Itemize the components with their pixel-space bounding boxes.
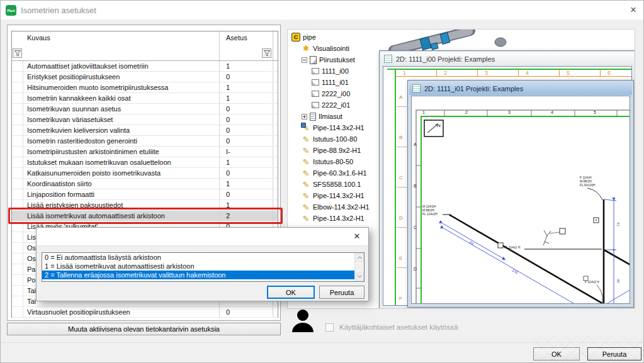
drawing-sheet: N M 114/2H M 88/2H FL 114x2H F 114xH M 8… — [411, 96, 630, 304]
tree-item-label: Istutus-80-50 — [313, 158, 353, 165]
value-select-dialog: ✕ 0 = Ei automaattista lisäystä arkistoo… — [36, 227, 369, 301]
isometric-drawing: N M 114/2H M 88/2H FL 114x2H F 114xH M 8… — [412, 96, 630, 304]
value-option[interactable]: 1 = Lisää isometrikuvat automaattisesti … — [42, 262, 364, 271]
table-row[interactable]: Katkaisunumeroiden poisto isometrikuvast… — [12, 168, 278, 179]
table-row[interactable]: Isometrin rasteritiedoston generointi0 — [12, 136, 278, 147]
penlock-icon — [302, 123, 310, 132]
ruler-marker: 2 — [444, 70, 447, 76]
table-row[interactable]: Isometriin kannakkeen kaikki osat1 — [12, 93, 278, 104]
value-option[interactable]: 2 = Tallenna eräajossa isometrikuvat val… — [42, 271, 364, 279]
plus-expander-icon[interactable] — [302, 114, 307, 120]
scroll-up-icon[interactable] — [356, 254, 364, 262]
listbox-scrollbar[interactable] — [354, 253, 364, 281]
table-row[interactable]: Isometrikuvan väriasetukset0 — [12, 114, 278, 125]
svg-text:FL 114x2H: FL 114x2H — [422, 212, 438, 216]
edit-active-row-button[interactable]: Muuta aktiivisena olevan tietokantarivin… — [7, 323, 281, 335]
user-settings-checkbox[interactable] — [325, 323, 334, 332]
pen-icon — [302, 146, 310, 155]
filter-funnel-icon[interactable] — [13, 48, 22, 58]
tree-item-label: 1111_i00 — [322, 67, 349, 75]
svg-text:FL 60x16H: FL 60x16H — [580, 183, 596, 187]
value-option[interactable]: 0 = Ei automaattista lisäystä arkistoon — [42, 253, 364, 262]
pen-icon — [302, 180, 310, 189]
svg-text:FL 114x2 H: FL 114x2 H — [504, 245, 521, 249]
filter-funnel-icon[interactable] — [262, 48, 271, 58]
tree-item-label: 1111_i01 — [322, 79, 349, 86]
table-row[interactable]: Koordinaatiston siirto1 — [12, 179, 278, 189]
draw-icon — [312, 91, 319, 97]
table-row[interactable]: Lisää isometrikuvat automaattisesti arki… — [12, 211, 278, 221]
table-row[interactable]: Automaattiset jatkoviittaukset isometrii… — [12, 61, 278, 72]
tree-item-label: SFS5858.100.1 — [313, 181, 361, 188]
tree-item-label: Pipe-114.3x2-H1 — [313, 192, 364, 199]
ruler-marker: 4 — [526, 70, 529, 76]
svg-text:45: 45 — [616, 279, 620, 283]
window-title: 2D: 1111_i01 Projekti: Examples — [424, 85, 523, 92]
ruler-marker: 3 — [485, 70, 488, 76]
table-row[interactable]: Istutukset mukaan isometrikuvan osaluett… — [12, 157, 278, 168]
pen-icon — [302, 203, 310, 211]
svg-text:141: 141 — [512, 269, 519, 276]
table-row[interactable]: Virtausnuolet positiopiirustukseen0 — [12, 307, 278, 318]
tree-item-label: pipe — [303, 33, 316, 41]
tree-item-pipe[interactable]: Cpipe — [290, 31, 410, 43]
app-icon: Plant — [6, 5, 16, 16]
value-listbox[interactable]: 0 = Ei automaattista lisäystä arkistoon1… — [42, 252, 364, 282]
table-row[interactable]: Isometrikuvien kieliversion valinta0 — [12, 125, 278, 136]
tree-item-label: Ilmiasut — [319, 113, 342, 120]
draw-icon — [312, 68, 319, 74]
column-header-kuvaus[interactable]: Kuvaus — [23, 31, 219, 46]
dialog-titlebar: Plant Isometrien asetukset ✕ — [1, 1, 644, 20]
tree-item-label: 2222_i00 — [322, 90, 350, 98]
pen-icon — [302, 191, 310, 200]
table-row[interactable]: Eristykset positiopiirustukseen0 — [12, 72, 278, 82]
drawing-window-1111_i01[interactable]: 2D: 1111_i01 Projekti: Examples — [407, 80, 634, 308]
3d-pipe-preview — [388, 30, 546, 50]
ruler-marker: E — [399, 255, 402, 261]
sun-icon: ✱ — [302, 44, 310, 53]
window-titlebar[interactable]: 2D: 1111_i00 Projekti: Examples — [381, 52, 634, 65]
close-icon[interactable]: ✕ — [626, 4, 640, 16]
ruler-marker: 5 — [567, 70, 570, 76]
table-row[interactable]: Hitsinumeroiden muoto isometripiirustuks… — [12, 82, 278, 93]
table-row[interactable]: Linjaposition formaatti0 — [12, 189, 278, 200]
svg-text:44: 44 — [469, 240, 475, 246]
user-icon — [291, 308, 315, 333]
pen-icon — [302, 135, 310, 143]
ruler-marker: 1 — [422, 110, 425, 114]
scroll-down-icon[interactable] — [356, 272, 364, 281]
pen-icon — [302, 157, 310, 166]
window-title: 2D: 1111_i00 Projekti: Examples — [396, 55, 495, 63]
dialog-title: Isometrien asetukset — [21, 6, 96, 15]
north-label: N — [437, 123, 441, 128]
document-icon — [384, 55, 392, 63]
page-icon — [310, 56, 317, 64]
ruler-marker: C — [399, 175, 403, 181]
table-row[interactable]: Isometripiirustusten arkistointinimen et… — [12, 147, 278, 157]
popup-cancel-button[interactable]: Peruuta — [319, 286, 364, 299]
sheet-ruler-left: ABCDEF — [397, 67, 407, 305]
watermark-pattern — [533, 336, 643, 362]
table-row[interactable]: Isometrikuvan suunnan asetus0 — [12, 104, 278, 114]
draw-icon — [312, 79, 319, 86]
ruler-marker: 4 — [551, 110, 553, 114]
popup-ok-button[interactable]: OK — [267, 286, 315, 299]
tree-item-label: 2222_i01 — [322, 101, 350, 109]
ruler-marker: D — [414, 267, 417, 271]
ruler-marker: B — [399, 135, 402, 140]
minus-expander-icon[interactable] — [302, 57, 307, 63]
popup-titlebar: ✕ — [37, 228, 368, 246]
pen-icon — [302, 169, 310, 177]
table-filter-row — [12, 46, 278, 61]
ruler-marker: C — [414, 225, 417, 230]
tree-item-label: Pipe-114.3x2-H1 — [313, 124, 364, 131]
tree-item-label: Piirustukset — [319, 56, 355, 64]
ruler-marker: B — [414, 184, 417, 188]
column-header-asetus[interactable]: Asetus — [219, 31, 273, 46]
close-icon[interactable]: ✕ — [351, 231, 363, 242]
tbl-icon — [310, 113, 316, 121]
table-row[interactable]: Lisää eristyksien paksuustiedot1 — [12, 200, 278, 211]
tree-item-label: Visualisointi — [313, 45, 349, 52]
tree-item-label: Elbow-114.3x2-H1 — [313, 203, 370, 211]
window-titlebar[interactable]: 2D: 1111_i01 Projekti: Examples — [409, 82, 632, 95]
